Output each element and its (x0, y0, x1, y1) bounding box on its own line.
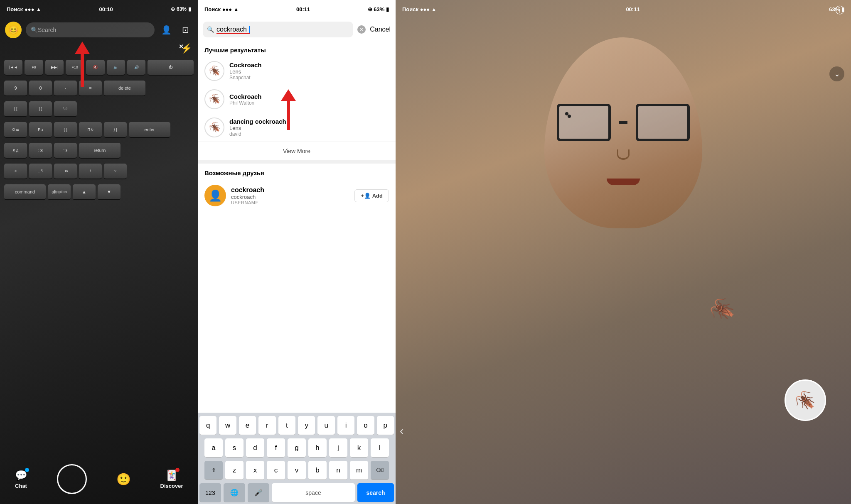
key-q[interactable]: q (199, 416, 216, 435)
result-item-2[interactable]: 🪳 Cockroach Phil Walton (198, 85, 396, 113)
active-lens-selector[interactable]: 🪳 (785, 379, 826, 421)
key-0: 0 (29, 81, 52, 96)
key-f[interactable]: f (267, 438, 285, 458)
face-shape (544, 37, 702, 228)
search-icon-mid: 🔍 (207, 26, 214, 33)
user-avatar[interactable]: 😊 (5, 22, 22, 38)
friend-username: cockroach (231, 194, 349, 200)
status-bar-right: Поиск ●●● ▲ 00:11 63% ▮ (396, 0, 851, 18)
status-right-left: ⊕ 63% ▮ (171, 6, 191, 12)
key-lbr: { [ (54, 122, 77, 138)
key-m[interactable]: m (350, 461, 368, 480)
panel-ar-camera: 🪳 Поиск ●●● ▲ 00:11 63% ▮ ⓘ ⌄ ‹ 🪳 (396, 0, 851, 504)
add-friend-button[interactable]: 👤 (159, 22, 174, 37)
key-return: return (79, 143, 121, 159)
key-t[interactable]: t (278, 416, 295, 435)
key-o[interactable]: o (357, 416, 374, 435)
key-r: Р з (29, 122, 52, 138)
nav-back-button[interactable]: ‹ (400, 424, 403, 438)
key-question: ? (104, 164, 127, 179)
signal-mid: ●●● (222, 6, 232, 12)
status-bar-mid: Поиск ●●● ▲ 00:11 ⊕ 63% ▮ (198, 0, 396, 18)
key-n[interactable]: n (329, 461, 347, 480)
key-d[interactable]: d (246, 438, 264, 458)
emoji-button[interactable]: 🙂 (116, 472, 131, 486)
search-input-container[interactable]: 🔍 cockroach (203, 22, 353, 37)
key-r[interactable]: r (258, 416, 275, 435)
result-item-1[interactable]: 🪳 Cockroach Lens Snapchat (198, 57, 396, 85)
key-slash: / (79, 164, 102, 179)
friends-section: Возможные друзья 👤 cockroach cockroach U… (198, 164, 396, 211)
add-label: Add (372, 193, 383, 199)
key-quote: ' э (54, 143, 77, 159)
search-icon-left: 🔍 (31, 27, 38, 33)
result-name-1: Cockroach (229, 61, 389, 69)
key-u[interactable]: u (317, 416, 334, 435)
key-minus: - (54, 81, 77, 96)
key-h[interactable]: h (308, 438, 327, 458)
clear-search-button[interactable]: ✕ (357, 25, 366, 34)
result-info-2: Cockroach Phil Walton (229, 93, 389, 106)
key-period: . ю (54, 164, 77, 179)
search-placeholder: Search (38, 27, 56, 33)
key-globe[interactable]: 🌐 (224, 483, 245, 502)
key-rbr: } ] (104, 122, 127, 138)
key-g[interactable]: g (288, 438, 306, 458)
view-more-button[interactable]: View More (198, 142, 396, 160)
wifi-right: ▲ (431, 6, 437, 12)
key-shift[interactable]: ⇧ (204, 461, 223, 480)
bottom-nav: 💬 Chat 🙂 🃏 Discover (0, 462, 198, 504)
key-j[interactable]: j (329, 438, 347, 458)
nav-discover[interactable]: 🃏 Discover (160, 470, 183, 489)
location-mid: ⊕ (368, 6, 374, 12)
key-f9: |◄◄ (4, 60, 22, 76)
key-space[interactable]: space (272, 483, 355, 502)
result-avatar-1: 🪳 (204, 61, 224, 81)
search-bar[interactable]: 🔍 Search (26, 22, 155, 37)
scan-button[interactable]: ⊡ (178, 22, 193, 37)
key-w[interactable]: w (219, 416, 236, 435)
friends-header: Возможные друзья (198, 164, 396, 180)
tutorial-arrow-left (75, 42, 90, 87)
key-p[interactable]: p (377, 416, 394, 435)
key-tri2: ▼ (98, 184, 121, 200)
friend-item-1: 👤 cockroach cockroach USERNAME +👤 Add (198, 180, 396, 211)
info-button[interactable]: ⓘ (835, 4, 844, 17)
key-z[interactable]: z (225, 461, 243, 480)
key-search[interactable]: search (357, 483, 394, 502)
key-l[interactable]: l (371, 438, 389, 458)
time-right: 00:11 (626, 6, 639, 12)
panel-camera: |◄◄ F9 ▶▶| F10 🔇 🔈 🔊 ⏻ 9 0 - = delete { … (0, 0, 198, 504)
add-icon: +👤 (361, 193, 371, 199)
result-item-3[interactable]: 🪳 dancing cockroach Lens david (198, 113, 396, 142)
key-v[interactable]: v (288, 461, 306, 480)
key-123[interactable]: 123 (199, 483, 221, 502)
glasses-left-lens (557, 104, 611, 141)
search-input[interactable]: cockroach (216, 26, 247, 33)
key-x[interactable]: x (246, 461, 264, 480)
key-i[interactable]: i (337, 416, 354, 435)
key-b[interactable]: b (308, 461, 327, 480)
capture-button[interactable] (57, 464, 87, 494)
search-area: 🔍 cockroach ✕ Cancel (198, 18, 396, 41)
key-s[interactable]: s (225, 438, 243, 458)
cancel-button[interactable]: Cancel (370, 26, 391, 33)
nav-chat[interactable]: 💬 Chat (15, 470, 27, 489)
key-mic[interactable]: 🎤 (248, 483, 269, 502)
key-e[interactable]: e (239, 416, 256, 435)
right-pupil (565, 112, 568, 115)
key-a[interactable]: a (204, 438, 223, 458)
add-friend-button-1[interactable]: +👤 Add (354, 189, 389, 202)
key-c[interactable]: c (267, 461, 285, 480)
chevron-down-button[interactable]: ⌄ (829, 66, 844, 81)
arrow-shaft (81, 54, 84, 87)
key-k[interactable]: k (350, 438, 368, 458)
key-backspace[interactable]: ⌫ (371, 461, 389, 480)
close-flash-icon[interactable]: ✕ (179, 43, 184, 50)
status-bar-left: Поиск ●●● ▲ 00:10 ⊕ 63% ▮ (0, 0, 198, 18)
result-info-3: dancing cockroach Lens david (229, 118, 389, 137)
glasses-bridge (619, 121, 627, 124)
signal-left: ●●● (25, 6, 34, 12)
time-mid: 00:11 (296, 6, 310, 12)
key-y[interactable]: y (298, 416, 315, 435)
